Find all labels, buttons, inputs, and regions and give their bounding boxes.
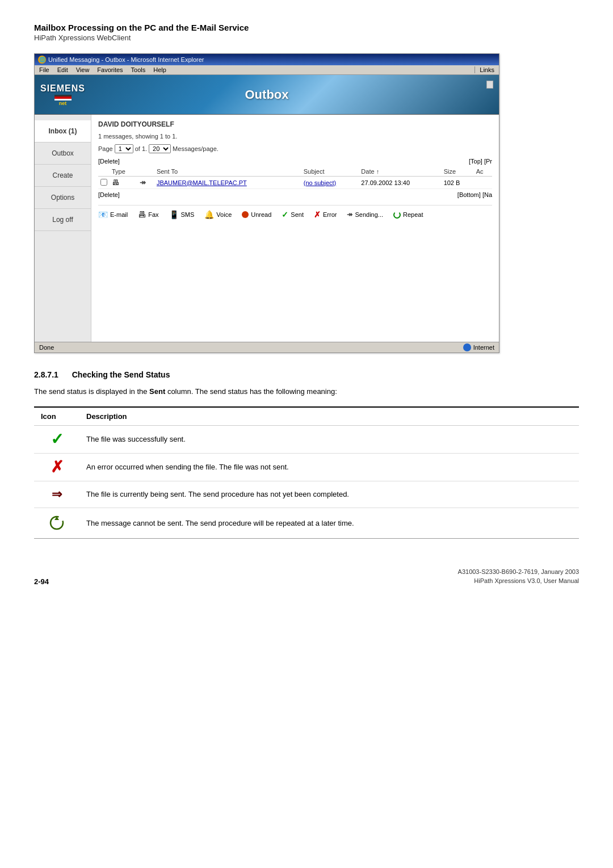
unread-label: Unread	[251, 211, 271, 218]
siemens-text: SIEMENS	[40, 83, 85, 94]
intro-text-start: The send status is displayed in the	[34, 387, 147, 396]
browser-links: Links	[475, 66, 494, 73]
legend-sent: ✓ Sent	[282, 210, 304, 219]
icon-cell-x: ✗	[34, 453, 79, 481]
row-sent-icon: ↠	[137, 177, 154, 189]
sidebar-item-logoff[interactable]: Log off	[35, 209, 91, 231]
siemens-net: net	[59, 100, 67, 106]
sidebar-item-options[interactable]: Options	[35, 187, 91, 209]
legend-sending: ↠ Sending...	[347, 210, 383, 219]
col-to[interactable]: Sent To	[154, 167, 301, 177]
legend-voice: 🔔 Voice	[204, 210, 232, 219]
sidebar-item-create[interactable]: Create	[35, 165, 91, 187]
sms-icon: 📱	[169, 210, 179, 219]
desc-cell-arrows: The file is currently being sent. The se…	[79, 481, 579, 508]
legend-unread: Unread	[242, 210, 271, 219]
corner-box	[486, 81, 493, 89]
bottom-links[interactable]: [Bottom] [Na	[457, 191, 492, 198]
row-subject: (no subject)	[301, 177, 359, 189]
icons-description-table: Icon Description ✓ The file was successf…	[34, 406, 579, 539]
section-heading: 2.8.7.1 Checking the Send Status	[34, 370, 579, 379]
sms-label: SMS	[181, 211, 195, 218]
x-icon: ✗	[51, 458, 64, 476]
app-body: Inbox (1) Outbox Create Options Log off …	[35, 115, 499, 342]
col-subject[interactable]: Subject	[301, 167, 359, 177]
col-checkbox	[98, 167, 110, 177]
browser-menubar: File Edit View Favorites Tools Help Link…	[35, 65, 499, 75]
main-content: DAVID DOITYOURSELF 1 messages, showing 1…	[91, 115, 499, 342]
browser-window: 🌐 Unified Messaging - Outbox - Microsoft…	[34, 53, 499, 353]
browser-title-icon: 🌐	[38, 56, 46, 64]
delete-bottom-button[interactable]: [Delete]	[98, 191, 120, 198]
of-label: of 1.	[135, 145, 147, 152]
repeat-icon	[393, 211, 401, 219]
browser-title-text: Unified Messaging - Outbox - Microsoft I…	[48, 56, 204, 63]
desc-cell-x: An error occurred when sending the file.…	[79, 453, 579, 481]
top-links[interactable]: [Top] [Pr	[469, 158, 492, 165]
status-bar: Done Internet	[35, 342, 499, 353]
doc-title: Mailbox Processing on the PC and the E-M…	[34, 23, 579, 32]
delete-top-button[interactable]: [Delete]	[98, 158, 120, 165]
sidebar-item-outbox[interactable]: Outbox	[35, 142, 91, 165]
row-checkbox[interactable]	[98, 177, 110, 189]
internet-label: Internet	[473, 344, 494, 351]
voice-label: Voice	[216, 211, 232, 218]
table-row: 🖷 ↠ JBAUMER@MAIL.TELEPAC.PT (no subject)	[98, 177, 492, 189]
table-row-x: ✗ An error occurred when sending the fil…	[34, 453, 579, 481]
page-label: Page	[98, 145, 113, 152]
per-page-select[interactable]: 20	[149, 144, 171, 153]
desc-cell-check: The file was successfully sent.	[79, 425, 579, 453]
sent-label: Sent	[291, 211, 304, 218]
menu-tools[interactable]: Tools	[131, 66, 146, 73]
col-size[interactable]: Size	[442, 167, 474, 177]
row-type-icon: 🖷	[110, 177, 137, 189]
col-sent	[137, 167, 154, 177]
menu-edit[interactable]: Edit	[57, 66, 68, 73]
page-footer: 2-94 A31003-S2330-B690-2-7619, January 2…	[34, 561, 579, 586]
status-internet: Internet	[463, 343, 494, 351]
icon-cell-repeat	[34, 508, 79, 538]
sent-icon: ✓	[282, 210, 288, 219]
siemens-logo: SIEMENS net	[40, 83, 85, 106]
footer-info: A31003-S2330-B690-2-7619, January 2003 H…	[458, 567, 579, 586]
table-row-repeat: The message cannot be sent. The send pro…	[34, 508, 579, 538]
menu-view[interactable]: View	[76, 66, 90, 73]
menu-help[interactable]: Help	[153, 66, 166, 73]
footer-doc-name: HiPath Xpressions V3.0, User Manual	[458, 576, 579, 586]
check-icon: ✓	[51, 430, 64, 448]
fax-label: Fax	[148, 211, 158, 218]
sending-icon: ↠	[347, 211, 352, 219]
unread-icon	[242, 211, 249, 218]
col-icon-header: Icon	[34, 407, 79, 426]
legend-fax: 🖷 Fax	[138, 210, 158, 219]
repeat-label: Repeat	[403, 211, 423, 218]
message-table: Type Sent To Subject Date ↑ Size Ac	[98, 167, 492, 189]
col-date[interactable]: Date ↑	[359, 167, 441, 177]
menu-file[interactable]: File	[39, 66, 49, 73]
internet-icon	[463, 343, 471, 351]
email-label: E-mail	[110, 211, 128, 218]
doc-subtitle: HiPath Xpressions WebClient	[34, 33, 579, 42]
legend-sms: 📱 SMS	[169, 210, 195, 219]
error-label: Error	[323, 211, 337, 218]
section-number: 2.8.7.1	[34, 370, 58, 379]
col-ac: Ac	[474, 167, 492, 177]
icon-cell-arrows: ⇒	[34, 481, 79, 508]
row-subject-link[interactable]: (no subject)	[304, 179, 336, 186]
voice-icon: 🔔	[204, 210, 214, 219]
menu-favorites[interactable]: Favorites	[97, 66, 123, 73]
browser-titlebar: 🌐 Unified Messaging - Outbox - Microsoft…	[35, 54, 499, 65]
page-select[interactable]: 1	[115, 144, 133, 153]
col-type[interactable]: Type	[110, 167, 137, 177]
repeat-icon-big	[48, 514, 66, 532]
footer-doc-ref: A31003-S2330-B690-2-7619, January 2003	[458, 567, 579, 577]
table-row-check: ✓ The file was successfully sent.	[34, 425, 579, 453]
row-to: JBAUMER@MAIL.TELEPAC.PT	[154, 177, 301, 189]
sidebar-item-inbox[interactable]: Inbox (1)	[35, 120, 91, 142]
delete-bottom-row: [Delete] [Bottom] [Na	[98, 191, 492, 198]
row-to-link[interactable]: JBAUMER@MAIL.TELEPAC.PT	[157, 179, 247, 186]
app-header: SIEMENS net Outbox	[35, 75, 499, 115]
user-name: DAVID DOITYOURSELF	[98, 120, 492, 128]
outbox-title: Outbox	[245, 87, 289, 102]
fax-icon: 🖷	[138, 210, 146, 219]
